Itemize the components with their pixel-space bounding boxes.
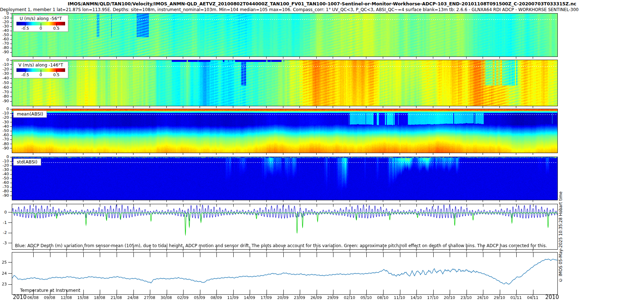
y-tick-label: -80 — [3, 46, 9, 50]
y-tick-label: 25 — [2, 261, 7, 264]
x-tick — [333, 57, 333, 59]
y-tick — [10, 135, 12, 136]
x-tick — [116, 200, 117, 202]
y-tick-label: -10 — [3, 160, 9, 163]
y-tick — [10, 144, 12, 144]
x-tick — [216, 250, 216, 251]
y-tick — [10, 196, 12, 196]
x-tick — [50, 57, 50, 59]
y-tick — [8, 284, 12, 285]
x-tick — [533, 106, 533, 108]
x-tick — [216, 200, 216, 202]
y-tick-label: 0 — [6, 107, 9, 111]
x-tick-label: 06/08 — [27, 295, 39, 300]
x-tick — [150, 153, 150, 155]
x-tick — [66, 200, 67, 202]
x-tick-label: 29/09 — [327, 295, 338, 300]
x-tick-label: 20/09 — [277, 295, 289, 300]
x-tick — [299, 153, 300, 155]
x-tick — [249, 153, 250, 155]
y-tick-label: -20 — [3, 116, 9, 119]
y-tick — [8, 243, 12, 243]
x-tick-label: 02/09 — [177, 295, 189, 300]
x-tick — [66, 153, 67, 155]
x-tick — [433, 106, 433, 108]
y-tick-label: -90 — [3, 147, 9, 150]
x-tick — [83, 57, 83, 59]
colorbar-u-tick-label: -0.5 — [21, 26, 29, 31]
y-tick-label: -50 — [3, 33, 9, 37]
y-tick — [10, 60, 12, 60]
x-tick — [400, 57, 400, 59]
y-tick-label: 0 — [6, 58, 9, 62]
x-tick — [233, 57, 233, 59]
y-tick — [10, 178, 12, 179]
x-tick-label: 30/08 — [161, 295, 172, 300]
temperature-canvas — [12, 252, 557, 294]
x-tick — [449, 250, 450, 251]
x-tick — [533, 57, 533, 59]
y-tick-label: -2 — [3, 231, 7, 235]
x-tick — [516, 57, 516, 59]
colorbar-u-ticklabels: -0.5 0 0.5 — [16, 26, 65, 30]
x-tick — [433, 57, 433, 59]
x-tick-label: 15/08 — [77, 295, 89, 300]
y-tick — [10, 191, 12, 192]
x-tick — [166, 250, 167, 251]
x-tick — [533, 250, 533, 251]
v-velocity-heatmap-canvas — [12, 60, 557, 106]
x-tick-label: 23/09 — [294, 295, 305, 300]
y-tick — [10, 183, 12, 183]
x-tick — [33, 200, 33, 202]
legend-v-title: V (m/s) along -146°T — [15, 63, 66, 68]
x-tick — [249, 200, 250, 202]
x-tick — [350, 250, 350, 251]
y-tick-label: -20 — [3, 164, 9, 167]
y-tick — [8, 262, 12, 263]
x-tick — [233, 106, 233, 108]
y-tick — [10, 157, 12, 157]
x-tick — [183, 153, 183, 155]
x-tick — [483, 200, 483, 202]
x-tick — [216, 106, 216, 108]
x-tick — [283, 153, 283, 155]
y-tick — [10, 118, 12, 118]
y-tick — [10, 161, 12, 162]
x-tick — [483, 250, 483, 251]
x-tick — [183, 106, 183, 108]
y-tick — [10, 22, 12, 23]
x-tick — [400, 153, 400, 155]
x-tick — [299, 106, 300, 108]
x-tick-label: 02/10 — [344, 295, 355, 300]
y-tick — [10, 35, 12, 35]
y-tick — [8, 233, 12, 233]
y-tick — [10, 87, 12, 88]
x-tick-label: 04/11 — [527, 295, 538, 300]
x-tick-label: 14/09 — [244, 295, 255, 300]
x-tick — [33, 250, 33, 251]
x-tick — [166, 106, 167, 108]
y-tick — [10, 92, 12, 92]
y-tick-label: -10 — [3, 112, 9, 115]
x-tick — [416, 200, 416, 202]
x-tick — [400, 250, 400, 251]
x-tick — [449, 200, 450, 202]
x-tick — [216, 153, 216, 155]
x-tick-label: 11/10 — [394, 295, 405, 300]
x-tick — [499, 57, 500, 59]
depth-variation-annotation: Blue: ADCP Depth (m) variation from sens… — [15, 243, 547, 248]
y-tick-label: -50 — [3, 81, 9, 85]
x-tick — [383, 57, 383, 59]
x-tick — [116, 57, 117, 59]
x-axis-year-left: 2010 — [13, 294, 26, 300]
x-tick — [200, 57, 200, 59]
x-tick — [350, 200, 350, 202]
x-tick — [333, 106, 333, 108]
x-tick — [499, 250, 500, 251]
x-tick — [50, 200, 50, 202]
colorbar-v-tick-label: 0.5 — [53, 73, 60, 77]
y-tick-label: -60 — [3, 86, 9, 89]
y-tick-label: -90 — [3, 194, 9, 197]
y-tick — [10, 78, 12, 79]
x-tick — [99, 57, 100, 59]
